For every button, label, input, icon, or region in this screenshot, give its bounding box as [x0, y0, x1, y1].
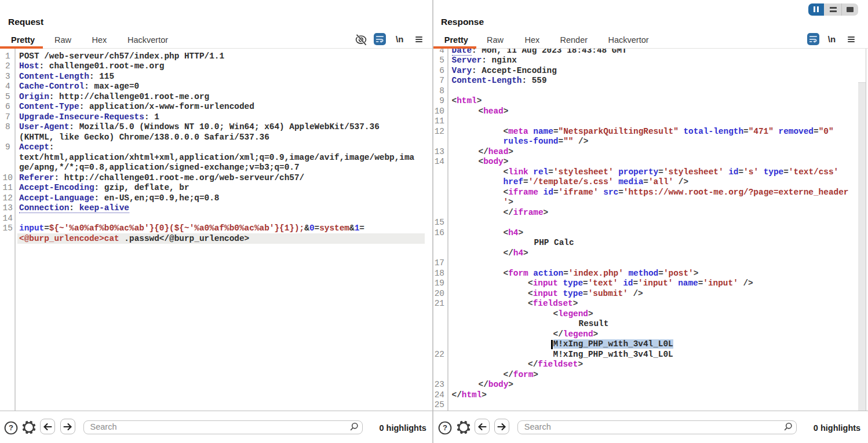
svg-text:?: ? [9, 423, 13, 432]
svg-text:?: ? [443, 423, 447, 432]
